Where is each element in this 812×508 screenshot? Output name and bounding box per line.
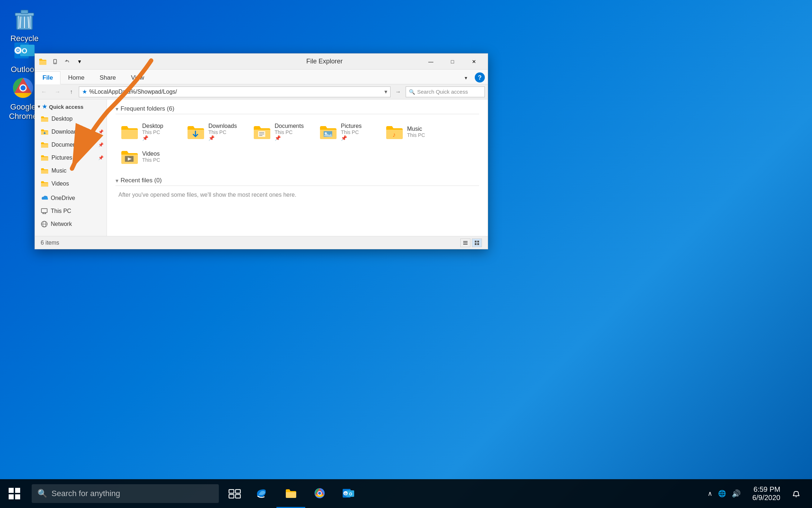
address-bar[interactable]: ★ %LocalAppData%/Showpad/Logs/ ▾ [79, 86, 391, 97]
sidebar-item-network[interactable]: Network [35, 218, 107, 231]
start-button[interactable] [0, 479, 29, 508]
taskbar-clock[interactable]: 6:59 PM 6/9/2020 [746, 485, 786, 502]
qat-pin-btn[interactable] [50, 57, 60, 67]
systray-volume[interactable]: 🔊 [732, 489, 741, 498]
folder-downloads-pin: 📌 [208, 135, 237, 141]
close-button[interactable]: ✕ [463, 54, 485, 70]
sidebar-network-label: Network [51, 221, 104, 227]
systray-chevron[interactable]: ∧ [708, 490, 712, 498]
outlook-image: O O [12, 37, 37, 63]
svg-rect-46 [235, 490, 240, 493]
tab-home[interactable]: Home [60, 71, 92, 84]
svg-point-14 [21, 85, 26, 90]
qat-undo-btn[interactable] [62, 57, 72, 67]
maximize-button[interactable]: □ [442, 54, 463, 70]
sidebar-onedrive-label: OneDrive [51, 195, 104, 201]
tab-share[interactable]: Share [92, 71, 123, 84]
task-view-button[interactable] [222, 479, 248, 508]
pin-icon-docs: 📌 [98, 142, 104, 147]
address-icon: ★ [82, 88, 87, 95]
systray-network[interactable]: 🌐 [718, 490, 726, 498]
folder-pictures-name: Pictures [341, 123, 362, 129]
recent-files-title[interactable]: Recent files (0) [121, 177, 162, 184]
ribbon-tabs: File Home Share View ▾ ? [35, 70, 488, 84]
sidebar-quick-access-header[interactable]: ▾ ★ Quick access [35, 101, 107, 112]
chevron-icon: ▾ [38, 104, 40, 109]
sidebar-quick-access-label: Quick access [49, 104, 84, 110]
tab-file[interactable]: File [35, 71, 60, 84]
qat-dropdown-btn[interactable]: ▾ [75, 57, 85, 67]
sidebar-item-documents[interactable]: Documents 📌 [35, 138, 107, 151]
sidebar-item-downloads[interactable]: Downloads 📌 [35, 125, 107, 138]
sidebar-item-desktop[interactable]: Desktop 📌 [35, 112, 107, 125]
svg-rect-44 [15, 494, 20, 499]
taskbar-search-icon: 🔍 [37, 489, 47, 498]
frequent-folders-title[interactable]: Frequent folders (6) [121, 105, 174, 112]
back-button[interactable]: ← [38, 86, 50, 97]
sidebar-item-pictures[interactable]: Pictures 📌 [35, 151, 107, 164]
svg-rect-41 [9, 488, 14, 493]
tiles-view-button[interactable] [472, 239, 482, 247]
search-placeholder-text: Search Quick access [417, 89, 468, 95]
taskbar-search-box[interactable]: 🔍 Search for anything [32, 484, 219, 503]
folder-desktop[interactable]: Desktop This PC 📌 [116, 120, 180, 144]
search-box[interactable]: 🔍 Search Quick access [406, 86, 485, 97]
sidebar-desktop-label: Desktop [51, 116, 95, 122]
taskbar-file-explorer[interactable] [276, 479, 305, 508]
sidebar-item-onedrive[interactable]: OneDrive [35, 192, 107, 205]
svg-rect-45 [229, 490, 234, 493]
folder-downloads[interactable]: Downloads This PC 📌 [182, 120, 247, 144]
folder-desktop-icon [120, 123, 139, 141]
recent-files-section: ▾ Recent files (0) After you've opened s… [116, 177, 479, 198]
notification-button[interactable] [786, 479, 806, 508]
address-dropdown[interactable]: ▾ [384, 88, 387, 95]
folder-downloads-icon [186, 123, 205, 141]
taskbar-outlook[interactable]: O O [334, 479, 363, 508]
folder-music[interactable]: ♪ Music This PC [380, 120, 445, 144]
tab-view[interactable]: View [123, 71, 152, 84]
ribbon-collapse-btn[interactable]: ▾ [460, 71, 472, 84]
system-tray: ∧ 🌐 🔊 [702, 489, 746, 498]
sidebar-item-music[interactable]: Music [35, 164, 107, 177]
folder-documents[interactable]: Documents This PC 📌 [248, 120, 313, 144]
sidebar-item-thispc[interactable]: This PC [35, 205, 107, 218]
pin-icon-downloads: 📌 [98, 129, 104, 134]
sidebar-thispc-label: This PC [51, 208, 104, 214]
navigate-button[interactable]: → [392, 86, 404, 97]
sidebar-music-label: Music [51, 168, 104, 174]
ribbon-help-btn[interactable]: ? [475, 72, 485, 83]
folders-grid: Desktop This PC 📌 Dow [116, 120, 479, 168]
sidebar-documents-label: Documents [51, 142, 95, 148]
taskbar-chrome[interactable] [305, 479, 334, 508]
recycle-bin-image [12, 6, 37, 32]
view-buttons [460, 239, 482, 247]
search-icon: 🔍 [409, 89, 415, 95]
details-view-button[interactable] [460, 239, 470, 247]
folder-pictures[interactable]: Pictures This PC 📌 [314, 120, 379, 144]
up-button[interactable]: ↑ [65, 86, 77, 97]
recent-files-chevron[interactable]: ▾ [116, 177, 118, 184]
folder-pictures-info: Pictures This PC 📌 [341, 123, 362, 141]
folder-documents-icon [252, 123, 271, 141]
folder-videos-info: Videos This PC [142, 151, 160, 163]
minimize-button[interactable]: — [420, 54, 442, 70]
window-controls: — □ ✕ [420, 54, 485, 70]
items-count: 6 items [41, 240, 59, 246]
folder-icon [38, 57, 48, 67]
folder-documents-sub: This PC [275, 129, 304, 135]
sidebar-videos-label: Videos [51, 181, 104, 187]
folder-music-name: Music [407, 126, 425, 132]
folder-downloads-name: Downloads [208, 123, 237, 129]
svg-text:O: O [16, 48, 19, 53]
folder-videos[interactable]: Videos This PC [116, 145, 180, 168]
forward-button[interactable]: → [51, 86, 64, 97]
folders-chevron[interactable]: ▾ [116, 106, 118, 112]
taskbar-edge[interactable] [248, 479, 276, 508]
folder-music-sub: This PC [407, 132, 425, 138]
sidebar-item-videos[interactable]: Videos [35, 177, 107, 190]
content-panel: ▾ Frequent folders (6) Desktop This PC [107, 99, 488, 236]
taskbar-search-placeholder: Search for anything [51, 489, 120, 498]
svg-rect-47 [229, 494, 234, 498]
clock-time: 6:59 PM [754, 485, 780, 494]
file-explorer-window: ▾ File Explorer — □ ✕ File Home Share Vi… [35, 53, 488, 249]
